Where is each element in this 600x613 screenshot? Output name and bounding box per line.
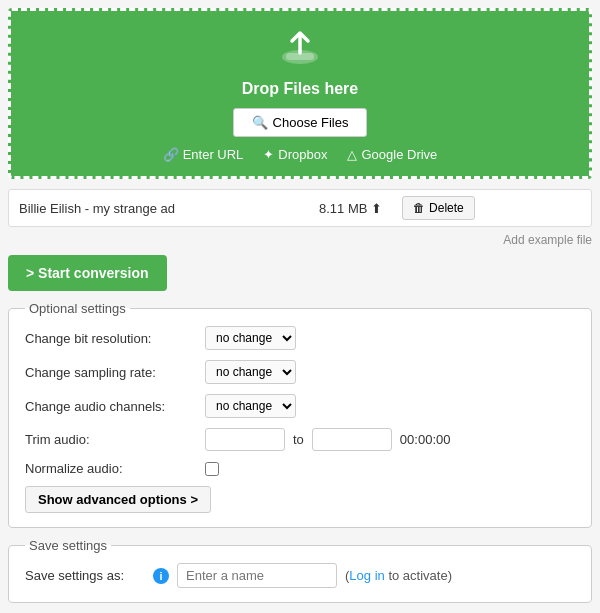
normalize-label: Normalize audio: [25, 461, 205, 476]
advanced-options-wrapper: Show advanced options > [25, 486, 575, 513]
audio-channels-select[interactable]: no change [205, 394, 296, 418]
trim-audio-label: Trim audio: [25, 432, 205, 447]
add-example-text: Add example file [8, 233, 592, 247]
save-settings-panel: Save settings Save settings as: i (Log i… [8, 538, 592, 603]
info-icon[interactable]: i [153, 568, 169, 584]
advanced-options-button[interactable]: Show advanced options > [25, 486, 211, 513]
add-example-link[interactable]: Add example file [503, 233, 592, 247]
choose-files-button[interactable]: 🔍 Choose Files [233, 108, 368, 137]
file-name: Billie Eilish - my strange ad [19, 201, 319, 216]
audio-channels-label: Change audio channels: [25, 399, 205, 414]
drop-zone[interactable]: Drop Files here 🔍 Choose Files 🔗 Enter U… [8, 8, 592, 179]
trash-icon: 🗑 [413, 201, 425, 215]
save-settings-legend: Save settings [25, 538, 111, 553]
sampling-rate-label: Change sampling rate: [25, 365, 205, 380]
bit-resolution-select[interactable]: no change [205, 326, 296, 350]
google-drive-link[interactable]: △ Google Drive [347, 147, 437, 162]
trim-to-label: to [293, 432, 304, 447]
bit-resolution-row: Change bit resolution: no change [25, 326, 575, 350]
sampling-rate-select[interactable]: no change [205, 360, 296, 384]
login-link[interactable]: Log in [349, 568, 384, 583]
dropbox-link[interactable]: ✦ Dropbox [263, 147, 327, 162]
login-activate-text: (Log in to activate) [345, 568, 452, 583]
upload-arrow-icon: ⬆ [371, 201, 382, 216]
audio-channels-row: Change audio channels: no change [25, 394, 575, 418]
trim-time-display: 00:00:00 [400, 432, 451, 447]
gdrive-icon: △ [347, 147, 357, 162]
sampling-rate-row: Change sampling rate: no change [25, 360, 575, 384]
file-size: 8.11 MB ⬆ [319, 201, 382, 216]
trim-start-input[interactable] [205, 428, 285, 451]
normalize-audio-row: Normalize audio: [25, 461, 575, 476]
link-icon: 🔗 [163, 147, 179, 162]
enter-url-link[interactable]: 🔗 Enter URL [163, 147, 244, 162]
drop-files-text: Drop Files here [27, 80, 573, 98]
save-name-input[interactable] [177, 563, 337, 588]
delete-button[interactable]: 🗑 Delete [402, 196, 475, 220]
dropbox-icon: ✦ [263, 147, 274, 162]
file-row: Billie Eilish - my strange ad 8.11 MB ⬆ … [8, 189, 592, 227]
optional-settings-legend: Optional settings [25, 301, 130, 316]
save-settings-label: Save settings as: [25, 568, 145, 583]
optional-settings-panel: Optional settings Change bit resolution:… [8, 301, 592, 528]
normalize-checkbox[interactable] [205, 462, 219, 476]
search-icon: 🔍 [252, 115, 268, 130]
bit-resolution-label: Change bit resolution: [25, 331, 205, 346]
trim-end-input[interactable] [312, 428, 392, 451]
upload-icon [27, 29, 573, 74]
trim-audio-row: Trim audio: to 00:00:00 [25, 428, 575, 451]
svg-rect-1 [286, 53, 314, 60]
start-conversion-button-top[interactable]: > Start conversion [8, 255, 167, 291]
